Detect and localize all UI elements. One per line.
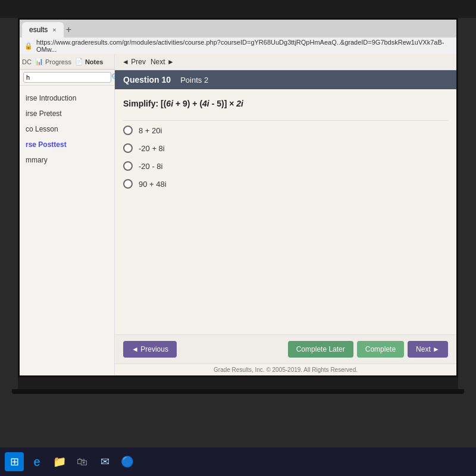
options-list: 8 + 20i -20 + 8i -20 - 8i	[123, 126, 448, 189]
complete-button[interactable]: Complete	[357, 341, 404, 358]
notes-icon: 📄	[75, 58, 83, 65]
previous-label: ◄ Previous	[131, 345, 168, 353]
option-a-label: 8 + 20i	[139, 126, 162, 135]
sidebar-item-intro-label: irse Introduction	[26, 94, 76, 102]
new-tab-button[interactable]: +	[66, 24, 71, 35]
option-b[interactable]: -20 + 8i	[123, 143, 448, 153]
option-a[interactable]: 8 + 20i	[123, 126, 448, 135]
question-area: Question 10 Points 2 Simplify: [(6i + 9)…	[115, 70, 456, 334]
tab-close-button[interactable]: ×	[52, 26, 56, 33]
sidebar-item-lesson[interactable]: co Lesson	[20, 121, 114, 137]
next-label: Next ►	[151, 58, 174, 66]
tab-dc[interactable]: DC	[22, 58, 32, 65]
next-bottom-label: Next ►	[416, 345, 440, 353]
question-points: Points 2	[180, 76, 208, 84]
start-button[interactable]: ⊞	[5, 452, 24, 471]
previous-button[interactable]: ◄ Previous	[123, 341, 177, 358]
bottom-bar: ◄ Previous Complete Later Complete Next …	[115, 334, 456, 364]
sidebar-item-posttest-label: rse Posttest	[26, 140, 67, 149]
taskbar-chrome[interactable]: 🔵	[118, 452, 137, 471]
sidebar-search-container: 🔍	[20, 70, 114, 86]
taskbar-store[interactable]: 🛍	[73, 452, 92, 471]
radio-c[interactable]	[123, 161, 133, 171]
address-bar[interactable]: https://www.graderesults.com/gr/modules/…	[36, 39, 452, 53]
question-body: Simplify: [(6i + 9) + (4i - 5)] × 2i 8 +…	[115, 89, 456, 198]
sidebar-item-summary-label: mmary	[26, 156, 48, 164]
sidebar-tabs: DC 📊 Progress 📄 Notes	[20, 54, 114, 70]
nav-bar: ◄ Prev Next ►	[115, 54, 456, 70]
tab-notes[interactable]: 📄 Notes	[75, 58, 104, 65]
search-input[interactable]	[23, 72, 111, 83]
tab-dc-label: DC	[22, 58, 32, 65]
sidebar-item-lesson-label: co Lesson	[26, 125, 58, 133]
sidebar: DC 📊 Progress 📄 Notes 🔍	[20, 54, 115, 375]
taskbar-file-explorer[interactable]: 📁	[50, 452, 69, 471]
radio-a[interactable]	[123, 126, 133, 135]
divider	[123, 120, 448, 121]
footer: Grade Results, Inc. © 2005-2019. All Rig…	[115, 364, 456, 375]
tab-notes-label: Notes	[85, 58, 104, 65]
sidebar-item-pretest-label: irse Pretest	[26, 109, 62, 118]
sidebar-item-intro[interactable]: irse Introduction	[20, 90, 114, 106]
lock-icon: 🔒	[24, 42, 33, 50]
prev-button[interactable]: ◄ Prev	[122, 58, 146, 66]
footer-text: Grade Results, Inc. © 2005-2019. All Rig…	[214, 367, 358, 373]
complete-label: Complete	[365, 345, 396, 353]
option-c-label: -20 - 8i	[139, 162, 162, 171]
sidebar-nav: irse Introduction irse Pretest co Lesson…	[20, 86, 114, 173]
sidebar-item-posttest[interactable]: rse Posttest	[20, 137, 114, 152]
question-text: Simplify: [(6i + 9) + (4i - 5)] × 2i	[123, 99, 448, 108]
progress-icon: 📊	[35, 58, 43, 65]
taskbar-mail[interactable]: ✉	[95, 452, 114, 471]
option-c[interactable]: -20 - 8i	[123, 161, 448, 171]
next-button[interactable]: Next ►	[151, 58, 174, 66]
sidebar-item-summary[interactable]: mmary	[20, 152, 114, 168]
option-d-label: 90 + 48i	[139, 180, 167, 189]
taskbar-edge[interactable]: e	[27, 452, 46, 471]
complete-later-button[interactable]: Complete Later	[288, 341, 353, 358]
main-content: ◄ Prev Next ► Question 10 Points 2	[115, 54, 456, 375]
question-header: Question 10 Points 2	[115, 70, 456, 89]
complete-later-label: Complete Later	[296, 345, 345, 353]
radio-b[interactable]	[123, 143, 133, 153]
browser-tab[interactable]: esults ×	[22, 22, 64, 37]
option-d[interactable]: 90 + 48i	[123, 179, 448, 189]
tab-label: esults	[29, 26, 48, 34]
bottom-right-buttons: Complete Later Complete Next ►	[288, 341, 448, 358]
question-number: Question 10	[123, 75, 171, 84]
taskbar: ⊞ e 📁 🛍 ✉ 🔵	[0, 447, 476, 476]
radio-d[interactable]	[123, 179, 133, 189]
prev-label: ◄ Prev	[122, 58, 146, 66]
tab-progress-label: Progress	[45, 58, 71, 65]
tab-progress[interactable]: 📊 Progress	[35, 58, 71, 65]
option-b-label: -20 + 8i	[139, 144, 165, 153]
sidebar-item-pretest[interactable]: irse Pretest	[20, 106, 114, 121]
next-bottom-button[interactable]: Next ►	[408, 341, 448, 358]
